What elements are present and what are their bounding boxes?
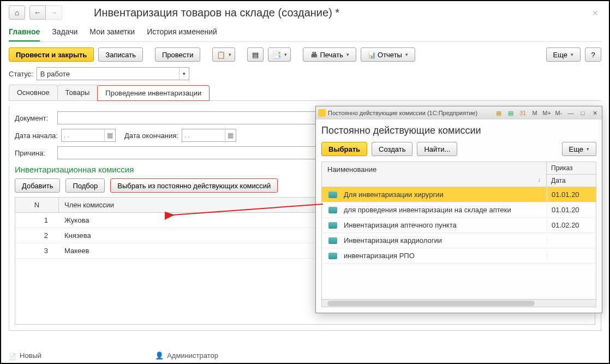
create-button[interactable]: Создать	[372, 142, 412, 156]
popup-more-button[interactable]: Еще▾	[562, 142, 596, 156]
status-user: 👤 Администратор	[155, 351, 218, 360]
date-end-label: Дата окончания:	[124, 132, 178, 140]
cell-n: 2	[15, 228, 59, 243]
item-date: 01.02.20	[547, 218, 596, 232]
col-n[interactable]: N	[15, 198, 59, 212]
post-close-button[interactable]: Провести и закрыть	[9, 47, 94, 62]
commission-popup: Постоянно действующие комиссии (1С:Предп…	[315, 106, 602, 313]
tb-icon-1[interactable]: ▦	[494, 109, 504, 117]
forward-button: →	[46, 5, 62, 20]
item-name: Инвентаризация аптечного пункта	[342, 218, 547, 232]
minimize-icon[interactable]: —	[566, 109, 576, 117]
document-icon	[9, 352, 16, 360]
save-button[interactable]: Записать	[98, 47, 143, 62]
tb-mplus[interactable]: M+	[542, 109, 552, 117]
report-icon	[368, 51, 375, 58]
list-item[interactable]: для проведения инвентаризации на складе …	[322, 202, 596, 218]
more-button[interactable]: Еще▾	[546, 47, 581, 62]
item-icon	[328, 253, 337, 259]
cell-n: 1	[15, 213, 59, 228]
list-item[interactable]: инвентаризация РПО	[322, 248, 596, 264]
item-name: Для инвентаризации хирургии	[342, 187, 547, 202]
horizontal-scrollbar[interactable]	[322, 299, 596, 307]
popup-col-order[interactable]: Приказ Дата	[547, 162, 596, 187]
date-start-label: Дата начала:	[15, 132, 58, 140]
choose-button[interactable]: Выбрать	[321, 142, 367, 156]
reports-button[interactable]: Отчеты▾	[361, 47, 415, 62]
select-button[interactable]: Подбор	[65, 178, 105, 193]
doc-tab-inventory[interactable]: Проведение инвентаризации	[97, 85, 210, 101]
item-date: 01.01.20	[547, 187, 596, 202]
close-icon[interactable]: ✕	[590, 109, 600, 117]
item-icon	[328, 192, 337, 198]
list-item[interactable]: Инвентаризация аптечного пункта01.02.20	[322, 218, 596, 233]
tb-icon-2[interactable]: ▤	[506, 109, 516, 117]
home-button[interactable]: ⌂	[9, 5, 25, 20]
chevron-down-icon: ▾	[179, 68, 189, 80]
list-item[interactable]: Инвентаризация кардиологии	[322, 233, 596, 248]
tb-m[interactable]: M	[530, 109, 540, 117]
status-new: Новый	[9, 351, 41, 360]
cell-n: 3	[15, 243, 59, 258]
tb-mminus[interactable]: M-	[554, 109, 564, 117]
reason-label: Причина:	[15, 149, 54, 157]
item-date	[547, 253, 596, 259]
tab-main[interactable]: Главное	[9, 25, 40, 41]
item-icon	[328, 207, 337, 213]
tab-tasks[interactable]: Задачи	[52, 25, 77, 41]
item-date: 01.01.20	[547, 202, 596, 217]
popup-window-title: Постоянно действующие комиссии (1С:Предп…	[328, 110, 492, 116]
item-icon	[328, 222, 337, 229]
print-button[interactable]: Печать▾	[303, 47, 356, 62]
item-icon	[328, 237, 337, 244]
date-start-input[interactable]: . . ▦	[61, 129, 116, 142]
item-name: Инвентаризация кардиологии	[342, 233, 547, 248]
close-icon[interactable]: ×	[592, 8, 598, 19]
post-button[interactable]: Провести	[155, 47, 201, 62]
doc-tab-main[interactable]: Основное	[9, 85, 58, 100]
printer-icon	[310, 51, 318, 58]
nav-tabs: Главное Задачи Мои заметки История измен…	[9, 25, 601, 42]
item-name: для проведения инвентаризации на складе …	[342, 202, 547, 217]
list-icon-button[interactable]: ▤	[247, 47, 264, 62]
user-icon: 👤	[155, 351, 164, 360]
sort-down-icon: ↓	[537, 176, 541, 183]
tab-history[interactable]: История изменений	[147, 25, 217, 41]
status-label: Статус:	[9, 70, 33, 78]
select-permanent-button[interactable]: Выбрать из постоянно действующих комисси…	[110, 178, 278, 193]
help-button[interactable]: ?	[585, 47, 601, 62]
basis-button[interactable]: 📋▾	[212, 47, 235, 62]
list-item[interactable]: Для инвентаризации хирургии01.01.20	[322, 187, 596, 202]
document-label: Документ:	[15, 114, 54, 122]
item-date	[547, 237, 596, 244]
calendar-icon[interactable]: ▦	[225, 129, 236, 141]
maximize-icon[interactable]: □	[578, 109, 588, 117]
status-select[interactable]: В работе ▾	[37, 67, 189, 80]
page-title: Инвентаризация товаров на складе (создан…	[94, 7, 339, 19]
popup-heading: Постоянно действующие комиссии	[321, 125, 596, 136]
tab-notes[interactable]: Мои заметки	[89, 25, 135, 41]
add-button[interactable]: Добавить	[15, 178, 60, 193]
app-icon	[318, 109, 326, 117]
date-end-input[interactable]: . . ▦	[182, 129, 236, 142]
doc-tab-goods[interactable]: Товары	[57, 85, 98, 100]
doc-dropdown-button[interactable]: 📑▾	[268, 47, 291, 62]
calendar-icon[interactable]: ▦	[104, 129, 115, 141]
tb-icon-3[interactable]: 31	[518, 109, 528, 117]
find-button[interactable]: Найти...	[417, 142, 457, 156]
item-name: инвентаризация РПО	[342, 248, 547, 263]
popup-col-name[interactable]: Наименование ↓	[322, 162, 547, 187]
back-button[interactable]: ←	[29, 5, 46, 20]
